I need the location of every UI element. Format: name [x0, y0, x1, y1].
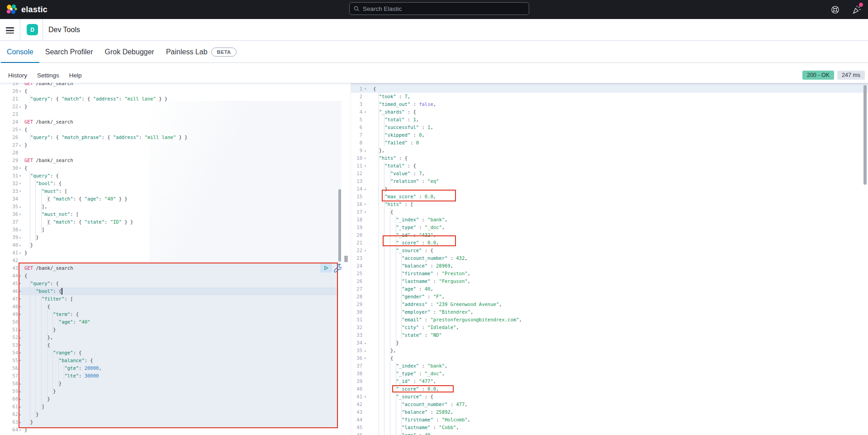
time-badge: 247 ms: [837, 71, 865, 80]
fold-arrow-icon[interactable]: ▴: [364, 147, 366, 154]
tab-console[interactable]: Console: [1, 41, 39, 63]
fold-arrow-icon[interactable]: ▴: [364, 339, 366, 347]
request-options-button[interactable]: [333, 263, 342, 274]
code-line: 26"lastname" : "Ferguson",: [351, 277, 868, 285]
code-line: 3"timed_out" : false,: [351, 100, 868, 108]
space-avatar[interactable]: D: [27, 24, 38, 35]
brand-name: elastic: [21, 5, 47, 14]
code-line: 23: [0, 110, 342, 118]
fold-arrow-icon[interactable]: ▾: [364, 247, 366, 254]
search-icon: [354, 6, 360, 12]
code-line: 39"_id" : "477",: [351, 378, 868, 385]
code-line: 21"query": { "match": { "address": "mill…: [0, 95, 342, 103]
code-line: 43"balance" : 25892,: [351, 408, 868, 416]
code-line: 18"_index" : "bank",: [351, 216, 868, 224]
response-editor[interactable]: 1▾{2"took" : 7,3"timed_out" : false,4▾"_…: [351, 83, 868, 435]
code-line: 7"skipped" : 0,: [351, 131, 868, 139]
panel-splitter[interactable]: [342, 83, 351, 435]
fold-arrow-icon[interactable]: ▴: [19, 249, 21, 257]
code-line: 36▾{: [351, 354, 868, 362]
code-line: 36▾"must_not": [: [0, 210, 342, 218]
code-line: 35▴],: [0, 203, 342, 210]
code-line: 29"address" : "239 Greenwood Avenue",: [351, 301, 868, 308]
fold-arrow-icon[interactable]: ▴: [19, 226, 21, 234]
fold-arrow-icon[interactable]: ▴: [19, 103, 21, 110]
code-line: 8"failed" : 0: [351, 139, 868, 147]
code-line: 45"lastname" : "Cobb",: [351, 424, 868, 431]
code-line: 31▾"query": {: [0, 172, 342, 180]
fold-arrow-icon[interactable]: ▾: [364, 154, 366, 162]
tab-grok-debugger[interactable]: Grok Debugger: [99, 41, 160, 63]
global-search[interactable]: [349, 2, 529, 15]
fold-arrow-icon[interactable]: ▾: [19, 180, 21, 187]
fold-arrow-icon[interactable]: ▾: [19, 164, 21, 172]
fold-arrow-icon[interactable]: ▴: [19, 241, 21, 249]
console-menu-help[interactable]: Help: [67, 71, 84, 80]
console-menu-settings[interactable]: Settings: [35, 71, 62, 80]
elastic-logo-icon: [5, 4, 18, 16]
code-line: 30"employer" : "Bitendrex",: [351, 308, 868, 316]
fold-arrow-icon[interactable]: ▴: [19, 203, 21, 210]
code-line: 34▴}: [351, 339, 868, 347]
fold-arrow-icon[interactable]: ▾: [19, 187, 21, 195]
code-line: 1▾{: [351, 85, 868, 93]
fold-arrow-icon[interactable]: ▴: [364, 185, 366, 193]
fold-arrow-icon[interactable]: ▾: [364, 108, 366, 116]
splitter-handle-icon: [345, 256, 348, 262]
fold-arrow-icon[interactable]: ▾: [364, 162, 366, 170]
fold-arrow-icon[interactable]: ▾: [19, 172, 21, 180]
code-line: 13"relation" : "eq": [351, 177, 868, 185]
code-line: 25▾{: [0, 126, 342, 134]
fold-arrow-icon[interactable]: ▾: [364, 393, 366, 401]
tab-search-profiler[interactable]: Search Profiler: [39, 41, 99, 63]
navigation-bar: D Dev Tools: [0, 19, 868, 41]
tab-painless-lab[interactable]: Painless LabBETA: [160, 41, 242, 63]
code-line: 42"account_number" : 477,: [351, 401, 868, 408]
code-line: 41▴}: [0, 249, 342, 257]
code-line: 44"firstname" : "Holcomb",: [351, 416, 868, 424]
search-input[interactable]: [363, 5, 517, 12]
code-line: 17▾{: [351, 208, 868, 216]
code-line: 38▴]: [0, 226, 342, 234]
code-line: 38"_type" : "_doc",: [351, 370, 868, 378]
left-scrollbar-thumb[interactable]: [338, 189, 341, 262]
wrench-icon: [333, 263, 342, 274]
code-line: 37{ "match": { "state": "ID" } }: [0, 218, 342, 226]
code-line: 24"balance" : 28969,: [351, 262, 868, 270]
top-header-bar: elastic: [0, 0, 868, 19]
code-line: 35▴},: [351, 347, 868, 354]
menu-icon[interactable]: [6, 26, 14, 34]
code-line: 33▾"must": [: [0, 187, 342, 195]
fold-arrow-icon[interactable]: ▾: [19, 210, 21, 218]
code-line: 5"total" : 1,: [351, 116, 868, 124]
fold-arrow-icon[interactable]: ▴: [19, 141, 21, 149]
code-line: 28"gender" : "F",: [351, 293, 868, 301]
console-menu-history[interactable]: History: [6, 71, 29, 80]
code-line: 28: [0, 149, 342, 157]
code-line: 25"firstname" : "Preston",: [351, 270, 868, 277]
right-scrollbar-thumb[interactable]: [863, 85, 867, 185]
code-line: 27▴}: [0, 141, 342, 149]
fold-arrow-icon[interactable]: ▾: [19, 87, 21, 95]
fold-arrow-icon[interactable]: ▴: [364, 347, 366, 354]
newsfeed-icon[interactable]: [852, 5, 862, 14]
fold-arrow-icon[interactable]: ▾: [364, 354, 366, 362]
fold-arrow-icon[interactable]: ▾: [364, 208, 366, 216]
breadcrumb: Dev Tools: [48, 19, 80, 40]
code-line: 20▾{: [0, 87, 342, 95]
annotation-box-score-2: [392, 385, 454, 392]
fold-arrow-icon[interactable]: ▾: [364, 201, 366, 208]
fold-arrow-icon[interactable]: ▴: [19, 234, 21, 241]
code-line: 27"age" : 40,: [351, 285, 868, 293]
code-line: 22▾"_source" : {: [351, 247, 868, 254]
code-line: 23"account_number" : 432,: [351, 254, 868, 262]
fold-arrow-icon[interactable]: ▾: [19, 126, 21, 134]
help-icon[interactable]: [830, 5, 840, 14]
request-editor[interactable]: 19GET /bank/_search20▾{21"query": { "mat…: [0, 83, 342, 435]
fold-arrow-icon[interactable]: ▾: [364, 85, 366, 93]
code-line: 19GET /bank/_search: [0, 83, 342, 87]
send-request-button[interactable]: [320, 263, 332, 272]
code-line: 32"city" : "Idledale",: [351, 324, 868, 331]
brand: elastic: [5, 4, 47, 16]
code-line: 12"value" : 7,: [351, 170, 868, 177]
